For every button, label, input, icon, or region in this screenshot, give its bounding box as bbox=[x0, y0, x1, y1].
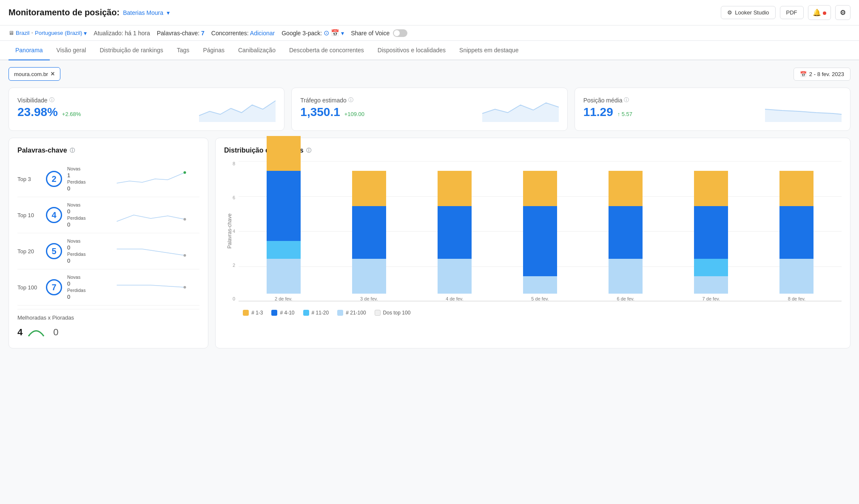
chevron-down-icon[interactable]: ▾ bbox=[167, 9, 170, 16]
sub-bar: 🖥 Brazil • Portuguese (Brazil) ▾ Atualiz… bbox=[0, 25, 859, 41]
bars-container: 2 de fev. 3 de fev. bbox=[239, 161, 842, 301]
top20-perdidas-value: 0 bbox=[67, 258, 97, 264]
avg-position-card: Posição média ⓘ 11.29 ↑ 5.57 bbox=[575, 88, 850, 131]
seg-11-20-1 bbox=[267, 241, 301, 258]
traffic-card: Tráfego estimado ⓘ 1,350.1 +109.00 bbox=[291, 88, 567, 131]
seg-1-3-6 bbox=[694, 171, 728, 206]
traffic-value-row: 1,350.1 +109.00 bbox=[300, 105, 475, 119]
bar-stack-5 bbox=[609, 171, 643, 294]
location-chevron-icon[interactable]: ▾ bbox=[84, 30, 87, 37]
bar-stack-1 bbox=[267, 136, 301, 294]
pdf-button[interactable]: PDF bbox=[780, 6, 804, 19]
tab-panorama[interactable]: Panorama bbox=[9, 41, 50, 60]
top100-novas-label: Novas bbox=[67, 275, 97, 280]
chart-body: 2 de fev. 3 de fev. bbox=[239, 161, 842, 316]
seg-21-100-3 bbox=[438, 259, 472, 294]
top3-circle: 2 bbox=[46, 171, 62, 187]
legend-dot-1-3 bbox=[243, 310, 249, 316]
tab-descoberta[interactable]: Descoberta de concorrentes bbox=[282, 41, 371, 60]
top10-label: Top 10 bbox=[17, 212, 41, 218]
visibility-info-icon[interactable]: ⓘ bbox=[49, 96, 54, 104]
tab-visao-geral[interactable]: Visão geral bbox=[50, 41, 93, 60]
bottom-row: Palavras-chave ⓘ Top 3 2 Novas 1 Perdida… bbox=[9, 138, 850, 348]
sov-label: Share of Voice bbox=[351, 30, 390, 37]
top3-novas-value: 1 bbox=[67, 172, 97, 178]
y-8: 8 bbox=[233, 161, 235, 166]
traffic-info: Tráfego estimado ⓘ 1,350.1 +109.00 bbox=[300, 96, 475, 119]
add-competitor-link[interactable]: Adicionar bbox=[250, 30, 275, 37]
brand-name[interactable]: Baterias Moura bbox=[123, 9, 163, 16]
domain-filter[interactable]: moura.com.br × bbox=[9, 67, 60, 81]
tab-distribuicao[interactable]: Distribuição de rankings bbox=[93, 41, 170, 60]
tab-tags[interactable]: Tags bbox=[170, 41, 196, 60]
svg-point-5 bbox=[184, 254, 186, 257]
tab-snippets[interactable]: Snippets em destaque bbox=[452, 41, 525, 60]
top10-row: Top 10 4 Novas 0 Perdidas 0 bbox=[17, 197, 199, 233]
monitor-icon: 🖥 bbox=[9, 30, 14, 36]
rankings-card: Distribuição de rankings ⓘ Palavras-chav… bbox=[215, 138, 850, 348]
top100-perdidas-label: Perdidas bbox=[67, 288, 97, 293]
traffic-label: Tráfego estimado ⓘ bbox=[300, 96, 475, 104]
calendar-grid-icon[interactable]: 📅 bbox=[331, 29, 339, 37]
updated-text: Atualizado: há 1 hora bbox=[94, 30, 150, 37]
svg-point-4 bbox=[184, 218, 186, 221]
tab-dispositivos[interactable]: Dispositivos e localidades bbox=[371, 41, 452, 60]
date-range-text: 2 - 8 fev. 2023 bbox=[809, 71, 844, 77]
improved-value: 4 bbox=[17, 327, 23, 338]
visibility-chart bbox=[199, 96, 276, 122]
top3-stats: Novas 1 Perdidas 0 bbox=[67, 166, 97, 192]
location-selector[interactable]: 🖥 Brazil • Portuguese (Brazil) ▾ bbox=[9, 30, 87, 37]
traffic-info-icon[interactable]: ⓘ bbox=[348, 96, 353, 104]
country-label[interactable]: Brazil bbox=[16, 30, 30, 36]
bell-button[interactable]: 🔔 bbox=[808, 5, 831, 20]
top20-novas-value: 0 bbox=[67, 244, 97, 251]
bar-stack-3 bbox=[438, 171, 472, 294]
settings-button[interactable]: ⚙ bbox=[835, 5, 850, 20]
avg-position-info: Posição média ⓘ 11.29 ↑ 5.57 bbox=[583, 96, 758, 119]
language-label[interactable]: Portuguese (Brazil) bbox=[35, 30, 82, 36]
legend-dot-top100 bbox=[375, 310, 381, 316]
legend-dot-21-100 bbox=[337, 310, 343, 316]
keywords-info-icon[interactable]: ⓘ bbox=[70, 147, 75, 154]
looker-studio-button[interactable]: ⚙ Looker Studio bbox=[721, 6, 775, 19]
y-0: 0 bbox=[233, 296, 235, 301]
seg-4-10-7 bbox=[779, 206, 813, 259]
legend-label-21-100: # 21-100 bbox=[346, 310, 366, 316]
date-range-picker[interactable]: 📅 2 - 8 fev. 2023 bbox=[794, 68, 850, 81]
competitors-section: Concorrentes: Adicionar bbox=[211, 30, 275, 37]
pack-chevron-icon[interactable]: ▾ bbox=[341, 30, 344, 37]
bar-label-5: 6 de fev. bbox=[617, 296, 634, 301]
keywords-count: 7 bbox=[201, 30, 205, 37]
top-bar-right: ⚙ Looker Studio PDF 🔔 ⚙ bbox=[721, 5, 850, 20]
top20-row: Top 20 5 Novas 0 Perdidas 0 bbox=[17, 233, 199, 269]
legend-label-top100: Dos top 100 bbox=[383, 310, 411, 316]
bar-stack-2 bbox=[352, 171, 386, 294]
looker-label: Looker Studio bbox=[735, 9, 769, 16]
top10-novas-label: Novas bbox=[67, 202, 97, 207]
content-area: moura.com.br × 📅 2 - 8 fev. 2023 Visibil… bbox=[0, 60, 859, 355]
seg-4-10-6 bbox=[694, 206, 728, 259]
close-icon[interactable]: × bbox=[51, 70, 54, 78]
legend-top100: Dos top 100 bbox=[375, 310, 411, 316]
bar-label-7: 8 de fev. bbox=[788, 296, 805, 301]
bar-stack-7 bbox=[779, 171, 813, 294]
y-4: 4 bbox=[233, 229, 235, 234]
bar-label-4: 5 de fev. bbox=[531, 296, 549, 301]
keywords-card-title: Palavras-chave ⓘ bbox=[17, 147, 199, 154]
top10-perdidas-label: Perdidas bbox=[67, 215, 97, 221]
visibility-value-row: 23.98% +2.68% bbox=[17, 105, 192, 119]
bar-label-1: 2 de fev. bbox=[275, 296, 292, 301]
improved-section: Melhoradas x Pioradas 4 0 bbox=[17, 309, 199, 340]
top10-sparkline bbox=[102, 207, 199, 224]
tab-canibalizacao[interactable]: Canibalização bbox=[231, 41, 282, 60]
target-icon[interactable]: ⊙ bbox=[324, 29, 329, 37]
bar-label-6: 7 de fev. bbox=[703, 296, 720, 301]
sov-toggle[interactable] bbox=[393, 29, 407, 37]
tab-paginas[interactable]: Páginas bbox=[196, 41, 231, 60]
top10-stats: Novas 0 Perdidas 0 bbox=[67, 202, 97, 228]
avg-position-info-icon[interactable]: ⓘ bbox=[624, 96, 629, 104]
top10-novas-value: 0 bbox=[67, 208, 97, 215]
kw-prefix: Palavras-chave: bbox=[157, 30, 199, 37]
top100-circle: 7 bbox=[46, 279, 62, 295]
bar-stack-4 bbox=[523, 171, 557, 294]
